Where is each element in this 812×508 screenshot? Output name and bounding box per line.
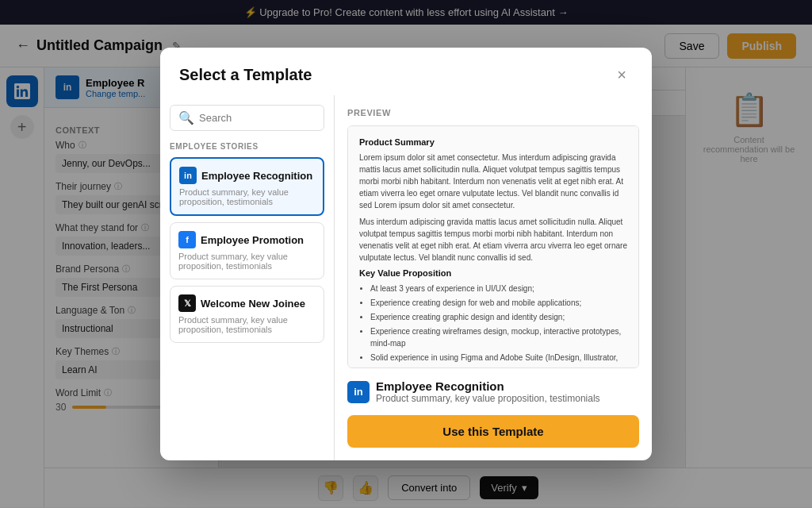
preview-heading: Product Summary (359, 137, 627, 147)
template-item-employee-promotion[interactable]: f Employee Promotion Product summary, ke… (170, 222, 324, 279)
kv-item-1: At least 3 years of experience in UI/UX … (370, 283, 627, 294)
template-platform-icon-li: in (179, 167, 197, 184)
template-platform-icon-fb: f (178, 231, 196, 248)
preview-kv-list: At least 3 years of experience in UI/UX … (370, 283, 627, 364)
preview-template-name: Employee Recognition (376, 379, 600, 393)
template-desc-3: Product summary, key value proposition, … (178, 315, 316, 334)
template-section-label: EMPLOYEE STORIES (170, 142, 324, 151)
search-icon: 🔍 (178, 110, 194, 125)
kv-item-5: Solid experience in using Figma and Adob… (370, 352, 627, 364)
template-list: 🔍 EMPLOYEE STORIES in Employee Recogniti… (160, 95, 335, 460)
template-desc-1: Product summary, key value proposition, … (179, 187, 315, 206)
template-item-employee-recognition[interactable]: in Employee Recognition Product summary,… (170, 157, 324, 216)
preview-template-info: in Employee Recognition Product summary,… (347, 379, 639, 404)
search-box[interactable]: 🔍 (170, 105, 324, 131)
preview-label: PREVIEW (347, 108, 639, 117)
kv-item-2: Experience creating design for web and m… (370, 297, 627, 309)
template-name-2: Employee Promotion (201, 234, 304, 246)
use-template-button[interactable]: Use this Template (347, 415, 639, 448)
preview-body-1: Lorem ipsum dolor sit amet consectetur. … (359, 152, 627, 211)
preview-kv-heading: Key Value Proposition (359, 268, 627, 278)
kv-item-3: Experience creating graphic design and i… (370, 311, 627, 323)
template-name-1: Employee Recognition (201, 170, 312, 182)
search-input[interactable] (199, 112, 316, 124)
preview-footer: in Employee Recognition Product summary,… (347, 379, 639, 448)
select-template-modal: Select a Template × 🔍 EMPLOYEE STORIES i… (160, 48, 652, 460)
preview-body-2: Mus interdum adipiscing gravida mattis l… (359, 216, 627, 264)
preview-pane: PREVIEW Product Summary Lorem ipsum dolo… (335, 95, 652, 460)
template-platform-icon-x: 𝕏 (178, 294, 196, 312)
template-item-welcome-new-joinee[interactable]: 𝕏 Welcome New Joinee Product summary, ke… (170, 286, 324, 343)
kv-item-4: Experience creating wireframes design, m… (370, 325, 627, 349)
preview-template-icon: in (347, 381, 370, 403)
modal-body: 🔍 EMPLOYEE STORIES in Employee Recogniti… (160, 95, 652, 460)
preview-template-desc: Product summary, key value proposition, … (376, 393, 600, 404)
modal-header: Select a Template × (160, 48, 652, 95)
template-desc-2: Product summary, key value proposition, … (178, 252, 316, 271)
preview-content-box: Product Summary Lorem ipsum dolor sit am… (347, 125, 639, 368)
template-name-3: Welcome New Joinee (201, 298, 305, 310)
modal-close-button[interactable]: × (611, 64, 633, 86)
modal-overlay[interactable]: Select a Template × 🔍 EMPLOYEE STORIES i… (0, 0, 812, 508)
modal-title: Select a Template (179, 66, 312, 84)
